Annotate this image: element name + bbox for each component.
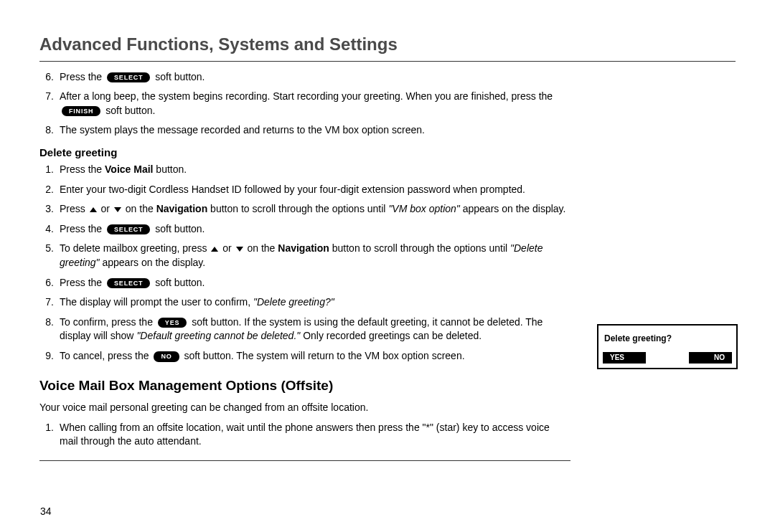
step-6: 6. Press the SELECT soft button. bbox=[39, 70, 570, 85]
select-soft-button-icon: SELECT bbox=[107, 224, 150, 235]
navigation-bold: Navigation bbox=[156, 203, 208, 214]
delete-greeting-prompt: "Delete greeting?" bbox=[253, 296, 334, 308]
no-soft-button-icon: NO bbox=[154, 351, 179, 362]
up-arrow-icon bbox=[211, 247, 218, 252]
text-fragment: Press the bbox=[60, 277, 105, 288]
text-fragment: or bbox=[98, 203, 113, 214]
step-text: Enter your two-digit Cordless Handset ID… bbox=[60, 183, 570, 197]
step-4: 4. Press the SELECT soft button. bbox=[39, 222, 570, 237]
down-arrow-icon bbox=[236, 247, 243, 252]
step-text: Press the SELECT soft button. bbox=[60, 276, 570, 290]
step-num: 8. bbox=[39, 123, 60, 138]
step-text: Press the SELECT soft button. bbox=[60, 70, 570, 85]
text-fragment: Press bbox=[60, 203, 88, 214]
step-7b: 7. The display will prompt the user to c… bbox=[39, 295, 570, 310]
screen-yes-softkey: YES bbox=[603, 352, 646, 364]
screen-prompt: Delete greeting? bbox=[598, 326, 736, 352]
text-fragment: The display will prompt the user to conf… bbox=[60, 296, 253, 308]
page-number: 34 bbox=[40, 505, 52, 519]
lcd-screen-illustration: Delete greeting? YES NO bbox=[597, 324, 738, 369]
text-fragment: on the bbox=[245, 242, 278, 254]
step-num: 9. bbox=[39, 349, 60, 364]
step-6b: 6. Press the SELECT soft button. bbox=[39, 276, 570, 290]
offsite-step-1: 1. When calling from an offsite location… bbox=[39, 421, 570, 449]
text-fragment: soft button. bbox=[152, 71, 205, 82]
navigation-bold: Navigation bbox=[278, 242, 329, 254]
step-num: 5. bbox=[39, 242, 60, 270]
header-divider bbox=[39, 61, 736, 62]
text-fragment: Press the bbox=[60, 71, 105, 82]
step-text: Press or on the Navigation button to scr… bbox=[60, 202, 570, 217]
text-fragment: Press the bbox=[60, 163, 105, 175]
step-8b: 8. To confirm, press the YES soft button… bbox=[39, 315, 570, 343]
step-8: 8. The system plays the message recorded… bbox=[39, 123, 570, 138]
select-soft-button-icon: SELECT bbox=[107, 72, 150, 83]
text-fragment: soft button. bbox=[103, 105, 155, 116]
text-fragment: appears on the display. bbox=[460, 203, 566, 214]
text-fragment: To delete mailbox greeting, press bbox=[60, 242, 210, 254]
step-text: To confirm, press the YES soft button. I… bbox=[60, 315, 570, 343]
text-fragment: Only recorded greetings can be deleted. bbox=[300, 330, 482, 341]
step-num: 7. bbox=[39, 295, 60, 310]
step-text: The display will prompt the user to conf… bbox=[60, 295, 570, 310]
yes-soft-button-icon: YES bbox=[158, 318, 187, 328]
screen-softkeys: YES NO bbox=[598, 352, 736, 368]
step-2: 2. Enter your two-digit Cordless Handset… bbox=[39, 183, 570, 197]
delete-step-list: 1. Press the Voice Mail button. 2. Enter… bbox=[39, 163, 570, 364]
step-text: Press the SELECT soft button. bbox=[60, 222, 570, 237]
text-fragment: soft button. bbox=[152, 223, 205, 234]
text-fragment: button to scroll through the options unt… bbox=[207, 203, 388, 214]
step-text: Press the Voice Mail button. bbox=[60, 163, 570, 177]
step-num: 1. bbox=[39, 421, 60, 449]
page-header: Advanced Functions, Systems and Settings bbox=[39, 32, 736, 62]
text-fragment: on the bbox=[123, 203, 156, 214]
delete-greeting-heading: Delete greeting bbox=[39, 145, 570, 160]
footer-divider bbox=[39, 460, 570, 461]
screen-no-softkey: NO bbox=[689, 352, 732, 364]
step-num: 2. bbox=[39, 183, 60, 197]
step-num: 8. bbox=[39, 315, 60, 343]
text-fragment: soft button. bbox=[152, 277, 205, 288]
step-num: 3. bbox=[39, 202, 60, 217]
step-text: The system plays the message recorded an… bbox=[60, 123, 570, 138]
step-7: 7. After a long beep, the system begins … bbox=[39, 90, 570, 118]
text-fragment: To confirm, press the bbox=[60, 316, 156, 328]
select-soft-button-icon: SELECT bbox=[107, 278, 150, 289]
vm-box-option-text: "VM box option" bbox=[388, 203, 459, 214]
step-1: 1. Press the Voice Mail button. bbox=[39, 163, 570, 177]
offsite-heading: Voice Mail Box Management Options (Offsi… bbox=[39, 376, 570, 396]
content-column: 6. Press the SELECT soft button. 7. Afte… bbox=[39, 70, 570, 461]
step-num: 6. bbox=[39, 276, 60, 290]
step-num: 4. bbox=[39, 222, 60, 237]
offsite-intro: Your voice mail personal greeting can be… bbox=[39, 401, 570, 415]
finish-soft-button-icon: FINISH bbox=[62, 106, 100, 117]
voice-mail-bold: Voice Mail bbox=[105, 163, 153, 175]
down-arrow-icon bbox=[114, 207, 121, 212]
header-title: Advanced Functions, Systems and Settings bbox=[39, 32, 736, 57]
text-fragment: or bbox=[220, 242, 234, 254]
step-num: 7. bbox=[39, 90, 60, 118]
text-fragment: To cancel, press the bbox=[60, 350, 151, 361]
step-text: When calling from an offsite location, w… bbox=[60, 421, 570, 449]
step-text: After a long beep, the system begins rec… bbox=[60, 90, 570, 118]
text-fragment: After a long beep, the system begins rec… bbox=[60, 90, 553, 102]
step-text: To cancel, press the NO soft button. The… bbox=[60, 349, 570, 364]
up-arrow-icon bbox=[90, 207, 97, 212]
text-fragment: button. bbox=[153, 163, 187, 175]
step-5: 5. To delete mailbox greeting, press or … bbox=[39, 242, 570, 270]
text-fragment: appears on the display. bbox=[100, 257, 206, 268]
offsite-step-list: 1. When calling from an offsite location… bbox=[39, 421, 570, 449]
text-fragment: Press the bbox=[60, 223, 105, 234]
top-step-list: 6. Press the SELECT soft button. 7. Afte… bbox=[39, 70, 570, 138]
default-greeting-text: "Default greeting cannot be deleted." bbox=[136, 330, 300, 341]
step-num: 6. bbox=[39, 70, 60, 85]
text-fragment: button to scroll through the options unt… bbox=[329, 242, 510, 254]
step-9: 9. To cancel, press the NO soft button. … bbox=[39, 349, 570, 364]
text-fragment: soft button. The system will return to t… bbox=[182, 350, 465, 361]
step-3: 3. Press or on the Navigation button to … bbox=[39, 202, 570, 217]
step-num: 1. bbox=[39, 163, 60, 177]
step-text: To delete mailbox greeting, press or on … bbox=[60, 242, 570, 270]
